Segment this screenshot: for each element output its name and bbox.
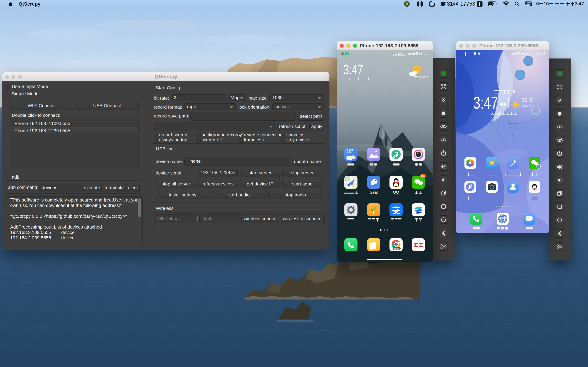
svg-text:5: 5 <box>421 53 422 55</box>
svg-text:!: ! <box>475 53 475 55</box>
svg-text:HD: HD <box>411 52 414 54</box>
